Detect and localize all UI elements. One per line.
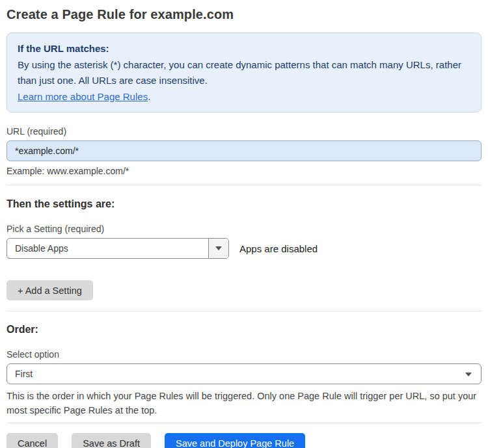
info-box-heading: If the URL matches: — [18, 41, 470, 57]
order-select[interactable]: First — [7, 363, 481, 384]
save-as-draft-button[interactable]: Save as Draft — [72, 433, 151, 448]
order-select-label: Select option — [7, 349, 481, 360]
pick-setting-label: Pick a Setting (required) — [7, 224, 481, 234]
setting-status-text: Apps are disabled — [239, 243, 318, 254]
page-rule-form: Create a Page Rule for example.com If th… — [0, 6, 488, 448]
divider — [7, 423, 481, 423]
cancel-button[interactable]: Cancel — [7, 433, 58, 448]
url-input[interactable] — [7, 140, 481, 161]
divider — [7, 185, 481, 185]
link-period: . — [148, 91, 150, 102]
save-and-deploy-button[interactable]: Save and Deploy Page Rule — [165, 433, 305, 448]
setting-select[interactable]: Disable Apps — [7, 238, 229, 259]
order-section-heading: Order: — [7, 324, 481, 336]
page-title: Create a Page Rule for example.com — [7, 6, 481, 23]
settings-section-heading: Then the settings are: — [7, 198, 481, 210]
order-select-value: First — [15, 369, 33, 379]
url-example-helper: Example: www.example.com/* — [7, 166, 481, 176]
divider — [7, 311, 481, 311]
learn-more-link[interactable]: Learn more about Page Rules — [18, 91, 148, 102]
url-field-label: URL (required) — [7, 126, 481, 137]
form-actions: Cancel Save as Draft Save and Deploy Pag… — [7, 433, 481, 448]
chevron-down-icon — [465, 373, 472, 376]
setting-row: Disable Apps Apps are disabled — [7, 238, 481, 259]
url-match-info-box: If the URL matches: By using the asteris… — [7, 33, 481, 112]
info-box-link-line: Learn more about Page Rules. — [18, 89, 470, 105]
order-helper-text: This is the order in which your Page Rul… — [7, 389, 481, 417]
add-setting-button[interactable]: + Add a Setting — [7, 280, 93, 300]
setting-select-caret-button[interactable] — [208, 239, 228, 258]
chevron-down-icon — [215, 246, 222, 250]
setting-select-value: Disable Apps — [7, 239, 208, 258]
info-box-body: By using the asterisk (*) character, you… — [18, 57, 470, 89]
